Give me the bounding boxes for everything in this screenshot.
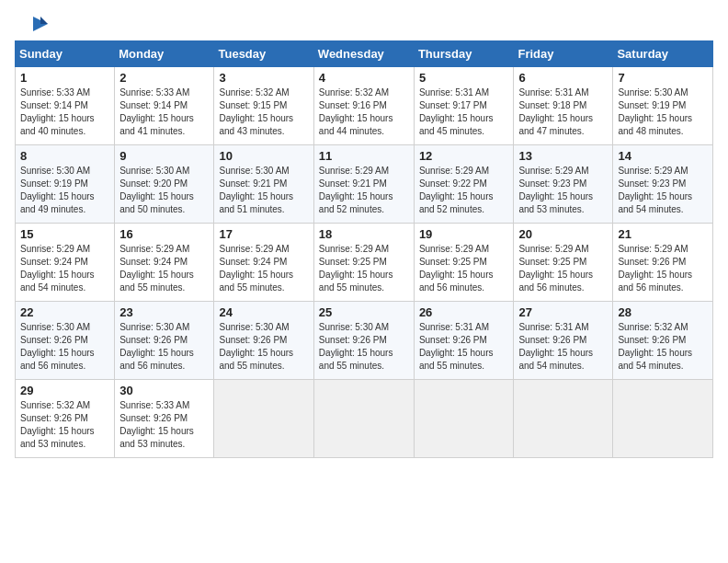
calendar-week-4: 22 Sunrise: 5:30 AM Sunset: 9:26 PM Dayl… [16, 302, 713, 380]
calendar-week-2: 8 Sunrise: 5:30 AM Sunset: 9:19 PM Dayli… [16, 145, 713, 224]
calendar-header-wednesday: Wednesday [313, 41, 414, 67]
day-info: Sunrise: 5:29 AM Sunset: 9:21 PM Dayligh… [319, 165, 409, 216]
calendar-cell: 28 Sunrise: 5:32 AM Sunset: 9:26 PM Dayl… [613, 302, 713, 380]
day-number: 13 [518, 149, 608, 163]
day-number: 2 [119, 71, 209, 85]
day-info: Sunrise: 5:31 AM Sunset: 9:26 PM Dayligh… [419, 321, 509, 373]
day-number: 28 [618, 305, 708, 319]
day-info: Sunrise: 5:32 AM Sunset: 9:26 PM Dayligh… [618, 321, 708, 373]
day-number: 15 [20, 227, 109, 241]
page-header [15, 15, 713, 33]
calendar-cell: 21 Sunrise: 5:29 AM Sunset: 9:26 PM Dayl… [613, 224, 713, 302]
day-number: 29 [20, 384, 109, 397]
day-number: 16 [119, 227, 209, 241]
calendar-header-saturday: Saturday [613, 41, 713, 67]
day-number: 9 [119, 149, 209, 163]
day-info: Sunrise: 5:29 AM Sunset: 9:23 PM Dayligh… [518, 165, 608, 216]
day-info: Sunrise: 5:30 AM Sunset: 9:26 PM Dayligh… [20, 321, 109, 373]
day-number: 1 [20, 71, 109, 85]
calendar-cell [414, 380, 514, 458]
calendar-cell: 4 Sunrise: 5:32 AM Sunset: 9:16 PM Dayli… [313, 67, 414, 145]
day-number: 5 [419, 71, 509, 85]
day-info: Sunrise: 5:29 AM Sunset: 9:25 PM Dayligh… [319, 243, 409, 294]
day-number: 7 [618, 71, 708, 85]
calendar-cell: 1 Sunrise: 5:33 AM Sunset: 9:14 PM Dayli… [16, 67, 115, 145]
day-number: 25 [319, 305, 409, 319]
calendar-cell: 7 Sunrise: 5:30 AM Sunset: 9:19 PM Dayli… [613, 67, 713, 145]
day-info: Sunrise: 5:30 AM Sunset: 9:19 PM Dayligh… [618, 86, 708, 138]
day-number: 11 [319, 149, 409, 163]
calendar-cell: 20 Sunrise: 5:29 AM Sunset: 9:25 PM Dayl… [514, 224, 613, 302]
calendar-cell: 22 Sunrise: 5:30 AM Sunset: 9:26 PM Dayl… [16, 302, 115, 380]
calendar-cell: 17 Sunrise: 5:29 AM Sunset: 9:24 PM Dayl… [214, 224, 313, 302]
calendar-cell [214, 380, 313, 458]
day-info: Sunrise: 5:29 AM Sunset: 9:25 PM Dayligh… [419, 243, 509, 294]
calendar-cell: 25 Sunrise: 5:30 AM Sunset: 9:26 PM Dayl… [313, 302, 414, 380]
day-info: Sunrise: 5:31 AM Sunset: 9:17 PM Dayligh… [419, 86, 509, 138]
logo [15, 15, 50, 33]
day-number: 4 [319, 71, 409, 85]
day-info: Sunrise: 5:29 AM Sunset: 9:24 PM Dayligh… [119, 243, 209, 294]
logo-icon [15, 15, 48, 33]
calendar-cell: 12 Sunrise: 5:29 AM Sunset: 9:22 PM Dayl… [414, 145, 514, 224]
day-number: 26 [419, 305, 509, 319]
day-number: 21 [618, 227, 708, 241]
day-info: Sunrise: 5:33 AM Sunset: 9:14 PM Dayligh… [119, 86, 209, 138]
calendar-table: SundayMondayTuesdayWednesdayThursdayFrid… [15, 40, 713, 458]
day-number: 6 [518, 71, 608, 85]
day-info: Sunrise: 5:29 AM Sunset: 9:25 PM Dayligh… [518, 243, 608, 294]
day-number: 12 [419, 149, 509, 163]
calendar-header-row: SundayMondayTuesdayWednesdayThursdayFrid… [16, 41, 713, 67]
calendar-cell: 14 Sunrise: 5:29 AM Sunset: 9:23 PM Dayl… [613, 145, 713, 224]
day-info: Sunrise: 5:32 AM Sunset: 9:16 PM Dayligh… [319, 86, 409, 138]
calendar-header-sunday: Sunday [16, 41, 115, 67]
calendar-cell [313, 380, 414, 458]
calendar-cell: 5 Sunrise: 5:31 AM Sunset: 9:17 PM Dayli… [414, 67, 514, 145]
calendar-header-friday: Friday [514, 41, 613, 67]
day-number: 27 [518, 305, 608, 319]
calendar-week-5: 29 Sunrise: 5:32 AM Sunset: 9:26 PM Dayl… [16, 380, 713, 458]
day-number: 8 [20, 149, 109, 163]
day-number: 23 [119, 305, 209, 319]
day-info: Sunrise: 5:33 AM Sunset: 9:14 PM Dayligh… [20, 86, 109, 138]
day-info: Sunrise: 5:30 AM Sunset: 9:19 PM Dayligh… [20, 165, 109, 216]
svg-marker-1 [40, 17, 48, 24]
calendar-cell: 6 Sunrise: 5:31 AM Sunset: 9:18 PM Dayli… [514, 67, 613, 145]
calendar-cell: 16 Sunrise: 5:29 AM Sunset: 9:24 PM Dayl… [115, 224, 214, 302]
calendar-cell: 29 Sunrise: 5:32 AM Sunset: 9:26 PM Dayl… [16, 380, 115, 458]
calendar-cell: 11 Sunrise: 5:29 AM Sunset: 9:21 PM Dayl… [313, 145, 414, 224]
calendar-week-1: 1 Sunrise: 5:33 AM Sunset: 9:14 PM Dayli… [16, 67, 713, 145]
calendar-cell: 24 Sunrise: 5:30 AM Sunset: 9:26 PM Dayl… [214, 302, 313, 380]
calendar-header-tuesday: Tuesday [214, 41, 313, 67]
calendar-cell [613, 380, 713, 458]
day-info: Sunrise: 5:30 AM Sunset: 9:26 PM Dayligh… [219, 321, 308, 373]
day-info: Sunrise: 5:29 AM Sunset: 9:23 PM Dayligh… [618, 165, 708, 216]
day-number: 18 [319, 227, 409, 241]
day-info: Sunrise: 5:29 AM Sunset: 9:24 PM Dayligh… [219, 243, 308, 294]
day-number: 3 [219, 71, 308, 85]
calendar-header-monday: Monday [115, 41, 214, 67]
calendar-cell: 26 Sunrise: 5:31 AM Sunset: 9:26 PM Dayl… [414, 302, 514, 380]
day-number: 17 [219, 227, 308, 241]
day-info: Sunrise: 5:31 AM Sunset: 9:26 PM Dayligh… [518, 321, 608, 373]
day-info: Sunrise: 5:30 AM Sunset: 9:26 PM Dayligh… [319, 321, 409, 373]
day-info: Sunrise: 5:30 AM Sunset: 9:26 PM Dayligh… [119, 321, 209, 373]
calendar-cell: 19 Sunrise: 5:29 AM Sunset: 9:25 PM Dayl… [414, 224, 514, 302]
day-info: Sunrise: 5:31 AM Sunset: 9:18 PM Dayligh… [518, 86, 608, 138]
day-info: Sunrise: 5:32 AM Sunset: 9:15 PM Dayligh… [219, 86, 308, 138]
calendar-header-thursday: Thursday [414, 41, 514, 67]
day-number: 19 [419, 227, 509, 241]
day-info: Sunrise: 5:29 AM Sunset: 9:26 PM Dayligh… [618, 243, 708, 294]
calendar-cell: 2 Sunrise: 5:33 AM Sunset: 9:14 PM Dayli… [115, 67, 214, 145]
day-info: Sunrise: 5:32 AM Sunset: 9:26 PM Dayligh… [20, 399, 109, 451]
day-number: 20 [518, 227, 608, 241]
calendar-cell: 27 Sunrise: 5:31 AM Sunset: 9:26 PM Dayl… [514, 302, 613, 380]
day-number: 10 [219, 149, 308, 163]
day-info: Sunrise: 5:30 AM Sunset: 9:20 PM Dayligh… [119, 165, 209, 216]
calendar-cell: 9 Sunrise: 5:30 AM Sunset: 9:20 PM Dayli… [115, 145, 214, 224]
day-number: 30 [119, 384, 209, 397]
calendar-cell: 13 Sunrise: 5:29 AM Sunset: 9:23 PM Dayl… [514, 145, 613, 224]
calendar-week-3: 15 Sunrise: 5:29 AM Sunset: 9:24 PM Dayl… [16, 224, 713, 302]
calendar-cell: 10 Sunrise: 5:30 AM Sunset: 9:21 PM Dayl… [214, 145, 313, 224]
day-number: 24 [219, 305, 308, 319]
